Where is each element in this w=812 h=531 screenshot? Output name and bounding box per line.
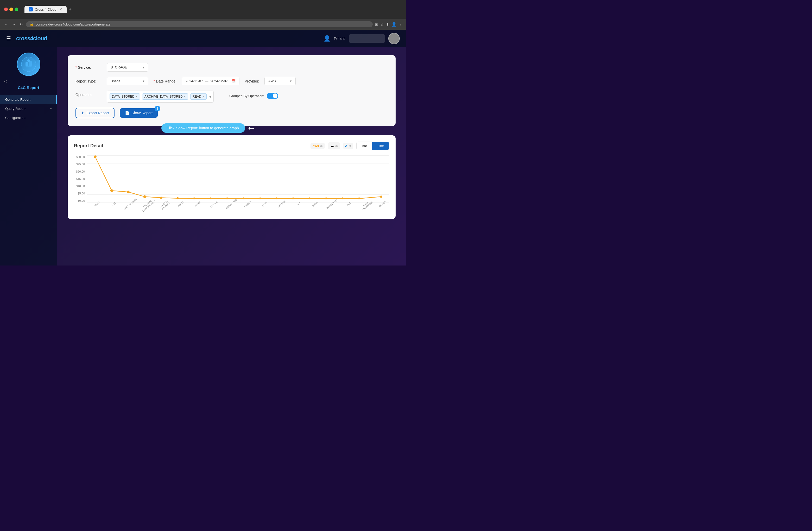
profile-icon[interactable]: 👤 (391, 22, 397, 27)
line-path (95, 157, 381, 199)
arrow-icon: ↙ (246, 123, 256, 133)
address-bar[interactable]: 🔒 console.dev.cross4cloud.com/app/report… (26, 21, 373, 27)
data-point (209, 198, 212, 199)
data-point (110, 189, 113, 192)
forward-btn[interactable]: → (11, 21, 17, 27)
date-range-label: Date Range: (154, 79, 176, 83)
y-axis: $30.00 $25.00 $20.00 $15.00 $10.00 $5.00… (74, 155, 87, 202)
service-label: Service: (75, 65, 102, 70)
data-point (143, 195, 146, 198)
grouped-by-toggle[interactable] (267, 93, 278, 99)
app-logo: cross4cloud (16, 35, 47, 42)
date-range-picker[interactable]: 2024-11-07 — 2024-12-07 📅 (182, 77, 240, 85)
operations-select[interactable]: DATA_STORED × ARCHIVE_DATA_STORED × READ… (107, 90, 214, 103)
date-end: 2024-12-07 (210, 79, 228, 83)
sidebar-item-generate-report[interactable]: Generate Report (0, 95, 57, 104)
sidebar-section-title: C4C Report (14, 85, 43, 90)
sidebar-item-query-report[interactable]: Query Report ▾ (0, 104, 57, 113)
reload-btn[interactable]: ↻ (19, 21, 24, 27)
date-separator: — (205, 79, 208, 83)
export-report-btn[interactable]: ⬆ Export Report (75, 108, 115, 118)
remove-tag-btn[interactable]: × (184, 95, 186, 99)
lock-icon: 🔒 (30, 23, 33, 26)
chevron-down-icon: ▾ (143, 65, 144, 69)
report-controls: aws ⊕ ☁ ⊕ A ⊕ (310, 142, 389, 150)
data-point (308, 198, 310, 199)
app-container: ☰ cross4cloud 👤 Tenant: (0, 30, 406, 266)
data-point (160, 197, 162, 199)
y-label-10: $10.00 (74, 185, 87, 188)
service-select[interactable]: STORAGE ▾ (107, 63, 148, 72)
sidebar-collapse-btn[interactable]: ◁ (0, 79, 11, 83)
chevron-down-icon: ▾ (209, 94, 211, 99)
minimize-window-btn[interactable] (9, 8, 13, 11)
gcp-icon[interactable]: ☁ ⊕ (328, 142, 340, 149)
translate-icon[interactable]: ⊞ (375, 22, 378, 27)
service-value: STORAGE (111, 65, 127, 69)
sidebar: ◁ C4C Report Generate Report Query Repor… (0, 47, 57, 266)
chevron-down-icon: ▾ (143, 79, 144, 83)
aws-icon[interactable]: aws ⊕ (310, 143, 325, 149)
data-point (176, 197, 178, 199)
operation-tag-data-stored: DATA_STORED × (110, 94, 140, 100)
avatar (388, 33, 400, 44)
sidebar-item-label: Generate Report (5, 98, 30, 101)
data-point (243, 198, 245, 199)
hamburger-menu-btn[interactable]: ☰ (6, 35, 11, 42)
main-layout: ◁ C4C Report Generate Report Query Repor… (0, 47, 406, 266)
remove-tag-btn[interactable]: × (135, 95, 138, 99)
download-icon[interactable]: ⬇ (386, 22, 389, 27)
url-text: console.dev.cross4cloud.com/app/report/g… (36, 23, 369, 26)
menu-icon[interactable]: ⋮ (399, 22, 403, 27)
top-nav-right: 👤 Tenant: (323, 33, 400, 44)
form-card: Service: STORAGE ▾ Report Type: Usage ▾ … (68, 55, 395, 126)
grouped-by-container: Grouped By Operation: (229, 90, 278, 99)
upload-icon: ⬆ (81, 111, 84, 115)
back-btn[interactable]: ← (3, 21, 9, 27)
tenant-input[interactable] (349, 34, 385, 43)
line-chart-btn[interactable]: Line (372, 142, 389, 150)
new-tab-btn[interactable]: + (69, 7, 72, 12)
operation-tag-archive-data-stored: ARCHIVE_DATA_STORED × (142, 94, 188, 100)
tab-close-btn[interactable]: ✕ (59, 7, 62, 12)
sidebar-item-configuration[interactable]: Configuration (0, 113, 57, 122)
sidebar-item-label: Query Report (5, 107, 26, 111)
traffic-lights (4, 8, 18, 11)
report-type-row: Report Type: Usage ▾ Date Range: 2024-11… (75, 77, 388, 85)
svg-rect-3 (26, 66, 32, 68)
show-report-badge: 3 (155, 106, 160, 111)
close-window-btn[interactable] (4, 8, 8, 11)
bar-chart-btn[interactable]: Bar (357, 142, 372, 150)
document-icon: 📄 (125, 111, 129, 115)
show-report-btn[interactable]: 📄 Show Report 3 (120, 108, 158, 118)
grouped-by-label: Grouped By Operation: (229, 94, 264, 98)
azure-icon[interactable]: A ⊕ (343, 143, 353, 149)
tooltip-bubble: Click 'Show Report' button to generate g… (161, 124, 245, 133)
aws-connector-icon: ⊕ (320, 144, 323, 148)
chevron-down-icon: ▾ (50, 107, 52, 110)
operation-label: Operation: (75, 90, 102, 97)
provider-label: Provider: (245, 79, 259, 83)
maximize-window-btn[interactable] (15, 8, 18, 11)
data-point (226, 198, 228, 199)
data-point (276, 198, 278, 199)
show-btn-label: Show Report (131, 111, 153, 115)
report-title: Report Detail (74, 143, 103, 149)
operation-row: Operation: DATA_STORED × ARCHIVE_DATA_ST… (75, 90, 388, 103)
browser-nav-bar: ← → ↻ 🔒 console.dev.cross4cloud.com/app/… (0, 19, 406, 30)
tenant-label: Tenant: (334, 37, 346, 41)
x-axis: READ LIST DATA STORED ARCHIVE DATA STORE… (87, 202, 389, 213)
data-point (292, 198, 294, 199)
cloud-provider-icons: aws ⊕ ☁ ⊕ A ⊕ (310, 142, 353, 149)
top-nav: ☰ cross4cloud 👤 Tenant: (0, 30, 406, 47)
y-label-5: $5.00 (74, 192, 87, 195)
svg-rect-2 (29, 61, 32, 66)
provider-select[interactable]: AWS ▾ (264, 77, 296, 85)
chevron-down-icon: ▾ (290, 79, 292, 83)
report-type-select[interactable]: Usage ▾ (107, 77, 148, 85)
active-tab[interactable]: 4 Cross 4 Cloud ✕ (25, 6, 67, 13)
bookmark-icon[interactable]: ☆ (380, 22, 384, 27)
data-point (94, 155, 97, 158)
remove-tag-btn[interactable]: × (202, 95, 204, 99)
svg-rect-1 (26, 62, 28, 66)
